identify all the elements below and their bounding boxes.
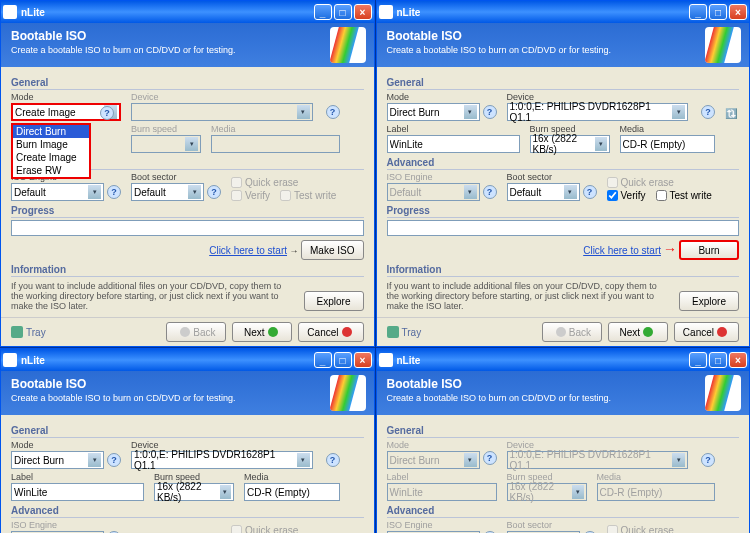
back-button: Back	[542, 322, 602, 342]
tray-link[interactable]: Tray	[11, 326, 46, 338]
banner: Bootable ISO Create a bootable ISO to bu…	[377, 23, 750, 67]
dropdown-item[interactable]: Erase RW	[13, 164, 89, 177]
banner: Bootable ISO Create a bootable ISO to bu…	[1, 23, 374, 67]
titlebar: nLite _ □ ×	[1, 1, 374, 23]
testwrite-check: Test write	[280, 190, 336, 201]
verify-check: Verify	[231, 190, 270, 201]
close-button[interactable]: ×	[354, 4, 372, 20]
makeiso-button[interactable]: Make ISO	[301, 240, 363, 260]
burnspeed-combo[interactable]: 16x (2822 KB/s)▾	[154, 483, 234, 501]
cancel-button[interactable]: Cancel	[298, 322, 363, 342]
dropdown-item[interactable]: Direct Burn	[13, 125, 89, 138]
verify-check[interactable]: Verify	[607, 190, 646, 201]
explore-button[interactable]: Explore	[304, 291, 364, 311]
device-combo[interactable]: 1:0:0,E: PHILIPS DVDR1628P1 Q1.1▾	[507, 103, 689, 121]
bootsector-combo[interactable]: Default▾	[131, 183, 204, 201]
media-label: Media	[211, 124, 340, 134]
help-icon[interactable]: ?	[326, 105, 340, 119]
cancel-button[interactable]: Cancel	[674, 322, 739, 342]
progress-bar	[11, 220, 364, 236]
maximize-button[interactable]: □	[334, 4, 352, 20]
app-icon	[3, 5, 17, 19]
start-link[interactable]: Click here to start	[583, 245, 661, 256]
burnspeed-combo: ▾	[131, 135, 201, 153]
burnspeed-label: Burn speed	[131, 124, 201, 134]
label-input[interactable]	[11, 483, 144, 501]
help-icon[interactable]: ?	[107, 185, 121, 199]
help-icon[interactable]: ?	[701, 105, 715, 119]
media-field: CD-R (Empty)	[620, 135, 716, 153]
explore-button[interactable]: Explore	[679, 291, 739, 311]
help-icon[interactable]: ?	[483, 105, 497, 119]
device-label: Device	[131, 92, 313, 102]
window-title: nLite	[21, 7, 45, 18]
dropdown-item[interactable]: Create Image	[13, 151, 89, 164]
label-input[interactable]	[387, 135, 520, 153]
mode-dropdown[interactable]: Direct Burn Burn Image Create Image Eras…	[11, 123, 91, 179]
media-field	[211, 135, 340, 153]
testwrite-check[interactable]: Test write	[656, 190, 712, 201]
info-text: If you want to include additional files …	[11, 281, 296, 311]
pane-writing: nLite _ □ × Bootable ISO Create a bootab…	[376, 348, 751, 533]
logo-icon	[330, 375, 366, 411]
tray-link[interactable]: Tray	[387, 326, 422, 338]
dropdown-item[interactable]: Burn Image	[13, 138, 89, 151]
burn-button[interactable]: Burn	[679, 240, 739, 260]
logo-icon	[705, 375, 741, 411]
minimize-button[interactable]: _	[314, 352, 332, 368]
maximize-button[interactable]: □	[709, 352, 727, 368]
mode-label: Mode	[11, 92, 121, 102]
minimize-button[interactable]: _	[689, 352, 707, 368]
next-button[interactable]: Next	[232, 322, 292, 342]
group-info: Information	[11, 264, 364, 277]
mode-combo[interactable]: Direct Burn▾	[11, 451, 104, 469]
app-icon	[3, 353, 17, 367]
app-icon	[379, 5, 393, 19]
mode-combo[interactable]: Direct Burn▾	[387, 103, 480, 121]
back-button: Back	[166, 322, 226, 342]
engine-combo: Default▾	[387, 183, 480, 201]
bootsector-combo[interactable]: Default▾	[507, 183, 580, 201]
minimize-button[interactable]: _	[689, 4, 707, 20]
close-button[interactable]: ×	[729, 4, 747, 20]
maximize-button[interactable]: □	[709, 4, 727, 20]
device-combo[interactable]: 1:0:0,E: PHILIPS DVDR1628P1 Q1.1▾	[131, 451, 313, 469]
banner-subtitle: Create a bootable ISO to burn on CD/DVD …	[11, 45, 364, 55]
media-field: CD-R (Empty)	[244, 483, 340, 501]
help-icon[interactable]: ?	[100, 106, 114, 120]
quickerase-check: Quick erase	[231, 177, 364, 188]
group-progress: Progress	[11, 205, 364, 218]
pane-burn-confirm: nLite _ □ × Bootable ISO Create a bootab…	[0, 348, 375, 533]
engine-combo[interactable]: Default▾	[11, 183, 104, 201]
logo-icon	[705, 27, 741, 63]
pane-create-image: nLite _ □ × Bootable ISO Create a bootab…	[0, 0, 375, 347]
device-combo: ▾	[131, 103, 313, 121]
bootsector-label: Boot sector	[131, 172, 221, 182]
maximize-button[interactable]: □	[334, 352, 352, 368]
logo-icon	[330, 27, 366, 63]
window-title: nLite	[397, 7, 421, 18]
quickerase-check: Quick erase	[607, 177, 740, 188]
footer: Tray Back Next Cancel	[1, 317, 374, 346]
minimize-button[interactable]: _	[314, 4, 332, 20]
pane-direct-burn: nLite _ □ × Bootable ISO Create a bootab…	[376, 0, 751, 347]
titlebar: nLite _ □ ×	[377, 1, 750, 23]
next-button[interactable]: Next	[608, 322, 668, 342]
progress-bar	[387, 220, 740, 236]
close-button[interactable]: ×	[729, 352, 747, 368]
help-icon[interactable]: ?	[207, 185, 221, 199]
app-icon	[379, 353, 393, 367]
close-button[interactable]: ×	[354, 352, 372, 368]
group-general: General	[11, 77, 364, 90]
start-link[interactable]: Click here to start	[209, 245, 287, 256]
burnspeed-combo[interactable]: 16x (2822 KB/s)▾	[530, 135, 610, 153]
banner-title: Bootable ISO	[11, 29, 364, 43]
